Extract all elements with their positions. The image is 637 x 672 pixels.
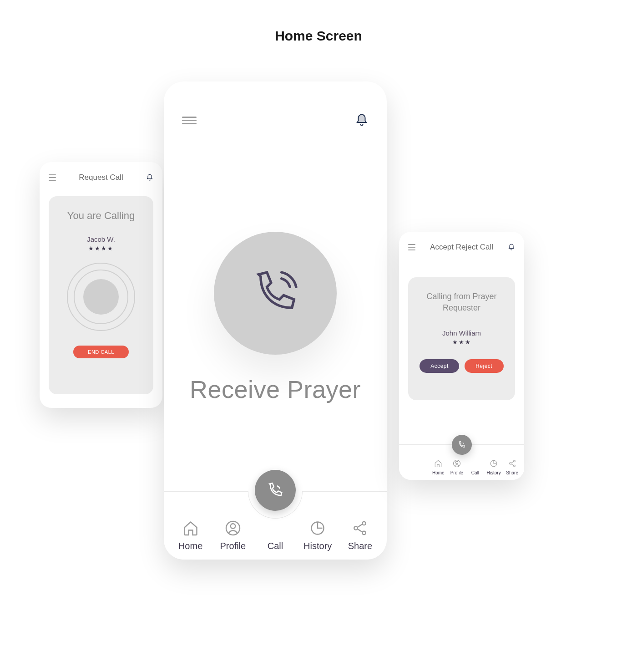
cta-label: Receive Prayer: [164, 375, 387, 403]
nav-call[interactable]: Call: [254, 520, 296, 551]
nav-home[interactable]: Home: [429, 459, 448, 475]
rating-stars: ★★★: [452, 339, 471, 346]
nav-label: Share: [506, 470, 518, 475]
nav-call-fab[interactable]: [452, 435, 472, 455]
card-title: Calling from Prayer Requester: [417, 291, 506, 314]
svg-point-11: [513, 465, 515, 467]
incoming-call-card: Calling from Prayer Requester John Willi…: [408, 277, 515, 400]
nav-label: Call: [268, 541, 283, 551]
nav-history[interactable]: History: [485, 459, 503, 475]
nav-profile[interactable]: Profile: [212, 520, 254, 551]
svg-point-9: [509, 463, 511, 464]
page-title: Home Screen: [0, 28, 637, 44]
bottom-nav: Home Profile Call History Share: [164, 491, 387, 560]
phone-home: Receive Prayer Home Profile Call History…: [164, 81, 387, 560]
svg-point-7: [455, 461, 458, 463]
accept-button[interactable]: Accept: [420, 359, 459, 373]
bell-icon[interactable]: [146, 174, 153, 181]
end-call-button[interactable]: END CALL: [73, 346, 129, 358]
reject-button[interactable]: Reject: [465, 359, 504, 373]
rating-stars: ★★★★: [88, 245, 114, 252]
nav-label: Profile: [220, 541, 246, 551]
bell-icon[interactable]: [508, 244, 515, 251]
screen-title: Request Call: [79, 173, 123, 182]
nav-share[interactable]: Share: [503, 459, 521, 475]
nav-label: History: [303, 541, 332, 551]
bottom-nav: Home Profile Call History Share: [399, 444, 524, 480]
nav-home[interactable]: Home: [169, 520, 212, 551]
phone-accept-reject: Accept Reject Call Calling from Prayer R…: [399, 232, 524, 480]
nav-call[interactable]: Call: [466, 459, 485, 475]
nav-profile[interactable]: Profile: [448, 459, 466, 475]
phone-request-call: Request Call You are Calling Jacob W. ★★…: [40, 162, 162, 408]
caller-name: John William: [442, 329, 481, 337]
nav-call-fab[interactable]: [255, 470, 296, 511]
menu-icon[interactable]: [182, 117, 197, 124]
receive-prayer-button[interactable]: [214, 232, 337, 355]
nav-label: Profile: [450, 470, 463, 475]
nav-label: Share: [348, 541, 372, 551]
nav-label: Home: [178, 541, 202, 551]
nav-history[interactable]: History: [297, 520, 339, 551]
nav-label: Home: [432, 470, 445, 475]
caller-name: Jacob W.: [87, 235, 115, 243]
svg-point-10: [513, 460, 515, 462]
bell-icon[interactable]: [355, 113, 369, 127]
screen-title: Accept Reject Call: [430, 243, 493, 252]
nav-share[interactable]: Share: [339, 520, 381, 551]
card-title: You are Calling: [67, 210, 135, 222]
menu-icon[interactable]: [49, 174, 56, 181]
svg-point-1: [231, 524, 236, 529]
call-ring-animation: [67, 263, 135, 331]
calling-card: You are Calling Jacob W. ★★★★ END CALL: [49, 196, 153, 394]
nav-label: History: [487, 470, 501, 475]
nav-label: Call: [471, 470, 479, 475]
menu-icon[interactable]: [408, 244, 415, 250]
